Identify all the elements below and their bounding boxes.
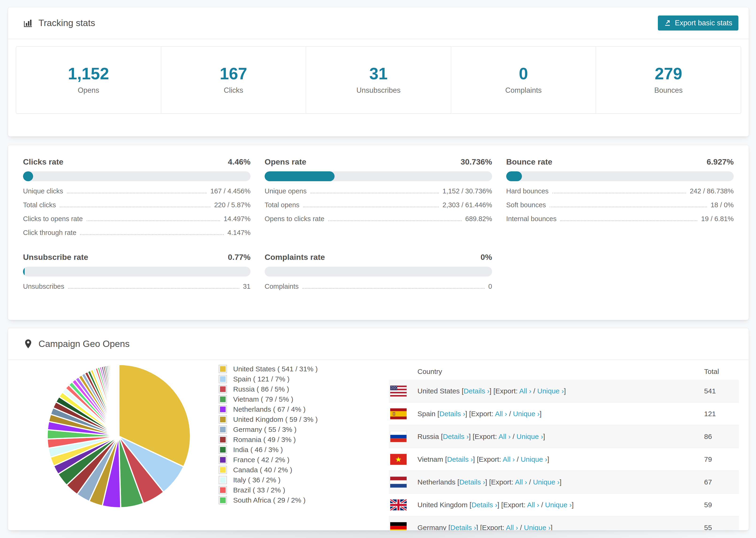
- export-all-link[interactable]: All ›: [527, 501, 539, 509]
- rate-row-label: Unique clicks: [23, 187, 63, 195]
- dotted-leader: [560, 220, 697, 221]
- rate-head: Complaints rate0%: [265, 252, 492, 264]
- rate-row-label: Unique opens: [265, 187, 307, 195]
- page-title: Tracking stats: [38, 18, 95, 28]
- progress-bar-fill: [23, 171, 33, 181]
- rate-block: Unsubscribe rate0.77%Unsubscribes31: [23, 252, 250, 296]
- country-name: Russia: [417, 433, 441, 440]
- rate-percent: 0.77%: [228, 252, 250, 262]
- legend-item: United Kingdom ( 59 / 3% ): [219, 414, 318, 424]
- legend-label: Italy ( 36 / 2% ): [233, 476, 281, 484]
- export-basic-stats-button[interactable]: Export basic stats: [658, 16, 738, 30]
- export-unique-link[interactable]: Unique ›: [524, 524, 551, 531]
- legend-item: Romania ( 49 / 3% ): [219, 435, 318, 445]
- progress-bar-track: [23, 171, 250, 181]
- legend-swatch: [219, 415, 227, 424]
- rate-row-value: 4.147%: [228, 229, 250, 237]
- legend-swatch: [219, 375, 227, 383]
- rate-title: Clicks rate: [23, 157, 63, 166]
- table-row: United Kingdom [Details ›] [Export: All …: [389, 494, 739, 516]
- details-link[interactable]: Details ›: [443, 433, 469, 440]
- rate-row-value: 689.82%: [465, 215, 492, 223]
- country-cell: Spain [Details ›] [Export: All › / Uniqu…: [417, 410, 542, 418]
- details-link[interactable]: Details ›: [447, 456, 473, 463]
- total-cell: 86: [704, 433, 712, 441]
- rate-row: Clicks to opens rate14.497%: [23, 215, 250, 229]
- rate-row-value: 18 / 0%: [711, 201, 734, 209]
- details-link[interactable]: Details ›: [450, 524, 476, 531]
- details-link[interactable]: Details ›: [471, 501, 497, 509]
- table-row: Netherlands [Details ›] [Export: All › /…: [389, 471, 739, 494]
- export-unique-link[interactable]: Unique ›: [537, 387, 564, 395]
- geo-table-header: Country Total: [389, 363, 739, 380]
- rate-title: Complaints rate: [265, 252, 325, 262]
- rate-row: Unique clicks167 / 4.456%: [23, 187, 250, 201]
- bottom-shadow-strip: [8, 530, 748, 538]
- flag-nl-icon: [390, 476, 406, 488]
- rate-row-label: Complaints: [265, 283, 298, 290]
- legend-item: Russia ( 86 / 5% ): [219, 384, 318, 394]
- stat-label: Complaints: [505, 86, 542, 95]
- export-all-link[interactable]: All ›: [506, 524, 518, 531]
- rate-block: Complaints rate0%Complaints0: [265, 252, 492, 296]
- stat-value: 167: [220, 66, 247, 82]
- dotted-leader: [550, 207, 707, 207]
- rate-block: Bounce rate6.927%Hard bounces242 / 86.73…: [506, 157, 734, 243]
- rate-block: Clicks rate4.46%Unique clicks167 / 4.456…: [23, 157, 250, 243]
- export-unique-link[interactable]: Unique ›: [545, 501, 572, 509]
- rate-rows: Complaints0: [265, 283, 492, 296]
- details-link[interactable]: Details ›: [439, 410, 465, 418]
- legend-swatch: [219, 395, 227, 404]
- rate-row: Opens to clicks rate689.82%: [265, 215, 492, 229]
- rate-row-label: Clicks to opens rate: [23, 215, 83, 223]
- export-all-link[interactable]: All ›: [499, 433, 511, 440]
- rate-row: Complaints0: [265, 283, 492, 296]
- country-cell: Germany [Details ›] [Export: All › / Uni…: [417, 524, 553, 531]
- legend-item: South Africa ( 29 / 2% ): [219, 495, 318, 505]
- legend-label: Vietnam ( 79 / 5% ): [233, 395, 293, 403]
- country-cell: Vietnam [Details ›] [Export: All › / Uni…: [417, 456, 549, 463]
- legend-label: Netherlands ( 67 / 4% ): [233, 405, 305, 413]
- dotted-leader: [553, 193, 686, 193]
- export-unique-link[interactable]: Unique ›: [533, 478, 560, 486]
- country-cell: Netherlands [Details ›] [Export: All › /…: [417, 478, 562, 486]
- export-all-link[interactable]: All ›: [495, 410, 507, 418]
- export-icon: [664, 20, 671, 27]
- country-name: Spain: [417, 410, 437, 418]
- export-unique-link[interactable]: Unique ›: [521, 456, 547, 463]
- rate-row-value: 167 / 4.456%: [210, 187, 250, 195]
- legend-item: Germany ( 55 / 3% ): [219, 424, 318, 435]
- total-cell: 55: [704, 524, 712, 531]
- dotted-leader: [67, 193, 207, 193]
- export-unique-link[interactable]: Unique ›: [513, 410, 540, 418]
- legend-swatch: [219, 466, 227, 474]
- details-link[interactable]: Details ›: [464, 387, 490, 395]
- rate-row-label: Internal bounces: [506, 215, 557, 223]
- geo-pie-chart: [45, 362, 193, 510]
- export-all-link[interactable]: All ›: [515, 478, 527, 486]
- total-cell: 121: [704, 410, 716, 418]
- rate-row-value: 220 / 5.87%: [214, 201, 250, 209]
- legend-item: Brazil ( 33 / 2% ): [219, 485, 318, 495]
- geo-header: Campaign Geo Opens: [8, 328, 749, 360]
- rate-percent: 30.736%: [460, 157, 492, 166]
- export-unique-link[interactable]: Unique ›: [516, 433, 543, 440]
- flag-ru-icon: [390, 431, 406, 442]
- export-all-link[interactable]: All ›: [519, 387, 531, 395]
- rates-card: Clicks rate4.46%Unique clicks167 / 4.456…: [8, 145, 749, 320]
- legend-item: France ( 42 / 2% ): [219, 455, 318, 465]
- stat-box: 31Unsubscribes: [306, 47, 451, 113]
- country-name: United Kingdom: [417, 501, 469, 509]
- rate-row-value: 0: [488, 283, 492, 290]
- dotted-leader: [303, 207, 439, 207]
- flag-de-icon: [390, 522, 406, 530]
- export-all-link[interactable]: All ›: [503, 456, 515, 463]
- rate-row-value: 31: [243, 283, 250, 290]
- legend-item: India ( 46 / 3% ): [219, 445, 318, 455]
- details-link[interactable]: Details ›: [459, 478, 485, 486]
- rate-row: Total clicks220 / 5.87%: [23, 201, 250, 215]
- country-cell: United States [Details ›] [Export: All ›…: [417, 387, 566, 395]
- legend-swatch: [219, 446, 227, 454]
- pie-slice-other: [119, 364, 119, 436]
- rate-row: Soft bounces18 / 0%: [506, 201, 734, 215]
